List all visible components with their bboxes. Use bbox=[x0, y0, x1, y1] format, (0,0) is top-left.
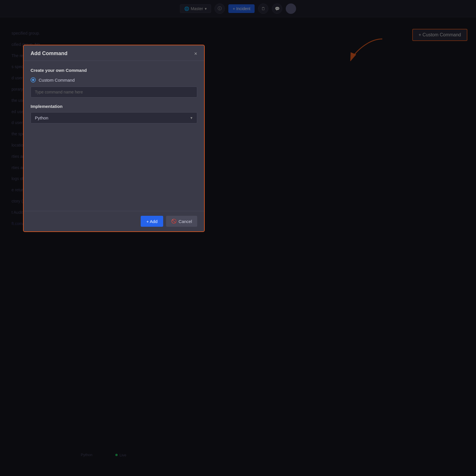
radio-selected-indicator bbox=[32, 79, 34, 81]
radio-button[interactable] bbox=[31, 77, 36, 83]
cancel-button-label: Cancel bbox=[178, 219, 192, 224]
section-title: Create your own Command bbox=[31, 68, 197, 73]
cancel-button[interactable]: 🚫 Cancel bbox=[166, 216, 197, 227]
dialog-footer: + Add 🚫 Cancel bbox=[24, 211, 204, 231]
dialog-header: Add Command × bbox=[24, 45, 204, 61]
implementation-select-wrapper: Python JavaScript Bash PowerShell bbox=[31, 112, 197, 123]
implementation-select[interactable]: Python JavaScript Bash PowerShell bbox=[31, 112, 197, 123]
radio-row[interactable]: Custom Command bbox=[31, 77, 197, 83]
implementation-label: Implementation bbox=[31, 104, 197, 109]
add-command-dialog: Add Command × Create your own Command Cu… bbox=[23, 45, 205, 232]
dialog-title: Add Command bbox=[31, 50, 67, 57]
dialog-body: Create your own Command Custom Command I… bbox=[24, 61, 204, 211]
cancel-icon: 🚫 bbox=[171, 219, 177, 224]
add-button[interactable]: + Add bbox=[141, 216, 163, 227]
command-name-input[interactable] bbox=[31, 87, 197, 98]
add-button-label: + Add bbox=[146, 219, 158, 224]
close-button[interactable]: × bbox=[194, 51, 197, 56]
radio-label: Custom Command bbox=[39, 78, 75, 83]
close-icon: × bbox=[194, 51, 197, 57]
